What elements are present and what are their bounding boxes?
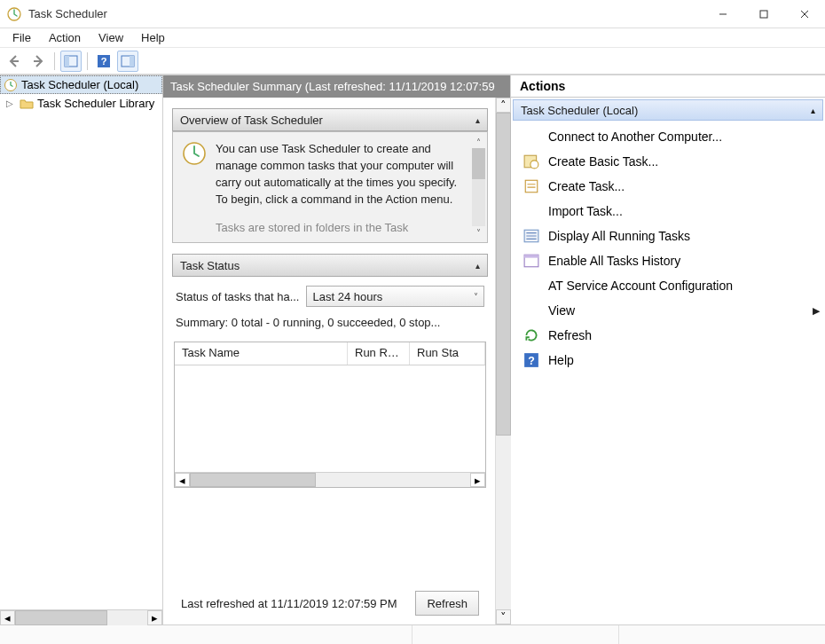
scroll-up-icon[interactable]: ˄	[496, 98, 511, 113]
menu-help[interactable]: Help	[134, 29, 172, 46]
svg-text:?: ?	[101, 56, 107, 67]
wizard-clock-icon	[523, 153, 539, 169]
overview-box: You can use Task Scheduler to create and…	[172, 131, 488, 243]
table-hscroll[interactable]: ◂ ▸	[175, 472, 485, 487]
clock-large-icon	[182, 141, 207, 237]
back-button[interactable]	[4, 51, 25, 72]
action-enable-history[interactable]: Enable All Tasks History	[511, 248, 825, 273]
toolbar-separator	[54, 52, 55, 70]
overview-title: Overview of Task Scheduler	[180, 114, 475, 127]
action-create-basic-task[interactable]: Create Basic Task...	[511, 149, 825, 174]
col-run-start[interactable]: Run Sta	[410, 342, 485, 365]
task-icon	[523, 178, 539, 194]
console-tree[interactable]: Task Scheduler (Local) ▷ Task Scheduler …	[0, 75, 162, 609]
show-hide-action-button[interactable]	[117, 51, 138, 72]
collapse-icon[interactable]: ▴	[811, 106, 815, 115]
action-create-task[interactable]: Create Task...	[511, 174, 825, 199]
action-display-running[interactable]: Display All Running Tasks	[511, 224, 825, 248]
status-filter-label: Status of tasks that ha...	[176, 290, 299, 303]
collapse-icon[interactable]: ▴	[475, 261, 480, 271]
status-filter-combo[interactable]: Last 24 hours ˅	[306, 286, 484, 307]
svg-text:?: ?	[528, 355, 535, 367]
list-icon	[523, 228, 539, 244]
svg-rect-2	[11, 60, 19, 62]
blank-icon	[523, 203, 539, 219]
refresh-button[interactable]: Refresh	[415, 591, 479, 616]
scroll-right-icon[interactable]: ▸	[470, 473, 485, 487]
action-view[interactable]: View ▶	[511, 298, 825, 323]
window-title: Task Scheduler	[28, 7, 703, 20]
status-bar	[0, 624, 825, 644]
scroll-thumb[interactable]	[15, 610, 107, 625]
summary-vscroll[interactable]: ˄ ˅	[495, 98, 510, 624]
scroll-left-icon[interactable]: ◂	[0, 610, 15, 625]
clock-icon	[4, 78, 18, 92]
scroll-thumb[interactable]	[472, 148, 485, 179]
col-run-result[interactable]: Run Res...	[348, 342, 410, 365]
svg-rect-5	[65, 56, 69, 67]
title-bar: Task Scheduler	[0, 0, 825, 28]
svg-rect-1	[760, 11, 767, 18]
scroll-right-icon[interactable]: ▸	[147, 610, 162, 625]
close-button[interactable]	[784, 0, 825, 28]
table-body	[175, 365, 485, 472]
summary-pane: Task Scheduler Summary (Last refreshed: …	[163, 75, 511, 624]
maximize-button[interactable]	[743, 0, 784, 28]
history-icon	[523, 253, 539, 269]
menu-action[interactable]: Action	[42, 29, 88, 46]
scroll-down-icon[interactable]: ˅	[472, 226, 485, 239]
overview-section-header[interactable]: Overview of Task Scheduler ▴	[172, 108, 488, 131]
toolbar-separator	[87, 52, 88, 70]
chevron-down-icon: ˅	[474, 292, 478, 302]
scroll-thumb[interactable]	[190, 473, 316, 487]
svg-point-13	[530, 161, 538, 169]
show-hide-tree-button[interactable]	[60, 51, 82, 72]
scroll-up-icon[interactable]: ˄	[472, 136, 485, 148]
scroll-down-icon[interactable]: ˅	[496, 609, 511, 624]
action-refresh[interactable]: Refresh	[511, 323, 825, 348]
last-refreshed-label: Last refreshed at 11/11/2019 12:07:59 PM	[181, 597, 397, 610]
help-button[interactable]: ?	[93, 51, 114, 72]
svg-rect-3	[34, 60, 42, 62]
table-header-row: Task Name Run Res... Run Sta	[175, 342, 485, 365]
tree-pane: Task Scheduler (Local) ▷ Task Scheduler …	[0, 75, 163, 624]
help-icon: ?	[523, 352, 539, 368]
scroll-thumb[interactable]	[496, 113, 511, 436]
expand-icon[interactable]: ▷	[4, 98, 16, 108]
tree-root-item[interactable]: Task Scheduler (Local)	[0, 75, 162, 94]
folder-icon	[20, 97, 34, 111]
menu-view[interactable]: View	[91, 29, 130, 46]
actions-scope-label: Task Scheduler (Local)	[521, 104, 638, 117]
svg-rect-17	[524, 255, 538, 257]
action-help[interactable]: ? Help	[511, 348, 825, 373]
blank-icon	[523, 278, 539, 294]
svg-rect-14	[525, 180, 538, 192]
action-at-config[interactable]: AT Service Account Configuration	[511, 273, 825, 298]
task-status-title: Task Status	[180, 259, 475, 272]
summary-header: Task Scheduler Summary (Last refreshed: …	[163, 75, 510, 98]
svg-rect-9	[130, 56, 134, 67]
menu-file[interactable]: File	[5, 29, 38, 46]
task-status-table: Task Name Run Res... Run Sta ◂ ▸	[174, 342, 486, 488]
task-status-section-header[interactable]: Task Status ▴	[172, 254, 488, 277]
action-connect[interactable]: Connect to Another Computer...	[511, 124, 825, 149]
blank-icon	[523, 129, 539, 145]
col-task-name[interactable]: Task Name	[175, 342, 348, 365]
collapse-icon[interactable]: ▴	[475, 115, 480, 125]
tree-hscroll[interactable]: ◂ ▸	[0, 609, 162, 624]
overview-text-truncated: Tasks are stored in folders in the Task	[216, 220, 464, 237]
tree-library-item[interactable]: ▷ Task Scheduler Library	[0, 94, 162, 113]
scroll-track[interactable]	[15, 610, 147, 625]
chevron-right-icon: ▶	[813, 305, 820, 317]
forward-button[interactable]	[28, 51, 49, 72]
tree-library-label: Task Scheduler Library	[37, 97, 154, 110]
blank-icon	[523, 302, 539, 318]
scroll-left-icon[interactable]: ◂	[175, 473, 190, 487]
actions-subheader[interactable]: Task Scheduler (Local) ▴	[513, 99, 823, 121]
minimize-button[interactable]	[703, 0, 743, 28]
toolbar: ?	[0, 48, 825, 75]
action-import-task[interactable]: Import Task...	[511, 199, 825, 224]
refresh-icon	[523, 327, 539, 343]
status-filter-value: Last 24 hours	[312, 290, 382, 303]
overview-vscroll[interactable]: ˄ ˅	[472, 136, 485, 239]
